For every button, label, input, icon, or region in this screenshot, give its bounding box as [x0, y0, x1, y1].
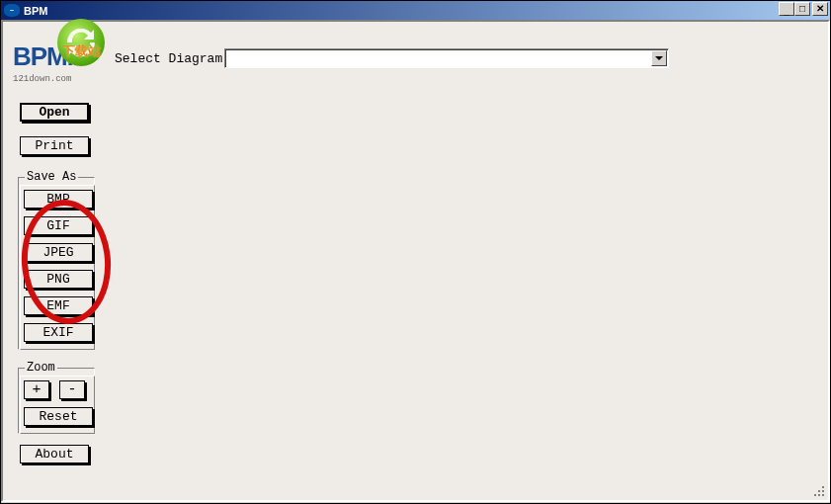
diagram-combo[interactable]	[224, 48, 669, 68]
svg-rect-3	[814, 494, 816, 496]
svg-rect-1	[818, 490, 820, 492]
chevron-down-icon	[655, 56, 663, 60]
close-button[interactable]: ✕	[812, 2, 828, 16]
save-emf-button[interactable]: EMF	[24, 296, 93, 315]
main-window: ~ BPM _ □ ✕ BPMN 121down.com 下载站 Select …	[0, 0, 831, 504]
logo: BPMN 121down.com 下载站	[13, 42, 107, 91]
app-icon: ~	[4, 4, 20, 17]
zoom-out-button[interactable]: -	[59, 380, 85, 399]
save-bmp-button[interactable]: BMP	[24, 190, 93, 209]
select-diagram-row: Select Diagram	[115, 48, 669, 68]
logo-site: 121down.com	[13, 74, 107, 84]
refresh-icon: 下载站	[57, 19, 105, 66]
svg-rect-5	[822, 494, 824, 496]
save-gif-button[interactable]: GIF	[24, 216, 93, 235]
zoom-in-button[interactable]: +	[24, 380, 49, 399]
watermark-text: 下载站	[57, 42, 105, 60]
window-title: BPM	[24, 5, 47, 17]
combo-dropdown-button[interactable]	[651, 50, 667, 66]
svg-rect-2	[822, 490, 824, 492]
save-as-legend: Save As	[25, 170, 78, 184]
client-area: BPMN 121down.com 下载站 Select Diagram Open…	[1, 20, 830, 502]
save-as-group: Save As BMP GIF JPEG PNG EMF EXIF	[18, 170, 95, 350]
zoom-group: Zoom + - Reset	[18, 361, 95, 434]
svg-rect-4	[818, 494, 820, 496]
minimize-button[interactable]: _	[779, 2, 794, 16]
zoom-legend: Zoom	[25, 361, 57, 375]
open-button[interactable]: Open	[20, 103, 89, 122]
print-button[interactable]: Print	[20, 136, 89, 155]
save-jpeg-button[interactable]: JPEG	[24, 243, 93, 262]
resize-grip[interactable]	[812, 484, 826, 498]
left-column: Open Print Save As BMP GIF JPEG PNG EMF …	[18, 103, 94, 478]
select-diagram-label: Select Diagram	[115, 51, 222, 66]
svg-rect-0	[822, 486, 824, 488]
zoom-reset-button[interactable]: Reset	[24, 407, 93, 426]
titlebar[interactable]: ~ BPM _ □ ✕	[1, 1, 830, 20]
save-png-button[interactable]: PNG	[24, 270, 93, 289]
save-exif-button[interactable]: EXIF	[24, 323, 93, 342]
maximize-button[interactable]: □	[794, 2, 810, 16]
about-button[interactable]: About	[20, 445, 89, 463]
